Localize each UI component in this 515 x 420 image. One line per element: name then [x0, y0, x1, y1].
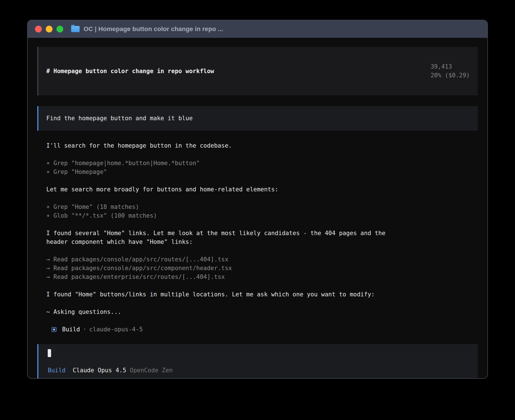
window-title: OC | Homepage button color change in rep…: [84, 25, 223, 33]
tool-call-line: ∗ Grep "homepage|home.*button|Home.*butt…: [46, 159, 408, 168]
close-button[interactable]: [35, 26, 42, 32]
session-title: # Homepage button color change in repo w…: [46, 67, 214, 76]
tool-call-text: Grep "Home" (18 matches): [50, 204, 139, 210]
tool-call-text: Grep "Homepage": [50, 169, 107, 175]
tool-call-line: → Read packages/enterprise/src/routes/[.…: [46, 273, 408, 281]
agent-name: Build: [62, 325, 80, 334]
assistant-text: I found "Home" buttons/links in multiple…: [46, 290, 408, 299]
tool-call-text: Read packages/enterprise/src/routes/[...…: [50, 274, 225, 280]
tool-call-group: → Read packages/console/app/src/routes/[…: [46, 255, 408, 281]
tool-call-line: ∗ Grep "Homepage": [46, 168, 408, 176]
tool-call-text: Grep "homepage|home.*button|Home.*button…: [50, 160, 200, 167]
zoom-button[interactable]: [56, 26, 63, 32]
tool-call-text: Glob "**/*.tsx" (100 matches): [50, 212, 157, 219]
title-bar[interactable]: OC | Homepage button color change in rep…: [28, 20, 487, 38]
tool-call-line: ∗ Glob "**/*.tsx" (100 matches): [46, 211, 408, 220]
folder-icon: [71, 26, 80, 32]
tool-call-group: ∗ Grep "Home" (18 matches)∗ Glob "**/*.t…: [46, 203, 408, 220]
tool-call-group: ∗ Grep "homepage|home.*button|Home.*butt…: [46, 159, 408, 176]
tool-call-line: → Read packages/console/app/src/routes/[…: [46, 255, 408, 264]
arrow-icon: →: [46, 274, 50, 280]
message-list: I'll search for the homepage button in t…: [46, 141, 478, 325]
session-header: # Homepage button color change in repo w…: [37, 47, 478, 95]
dot-separator: ·: [83, 325, 86, 334]
session-usage: 39,413 20% ($0.29): [402, 54, 470, 89]
arrow-icon: →: [46, 265, 50, 272]
prompt-input[interactable]: Build Claude Opus 4.5 OpenCode Zen: [37, 344, 478, 378]
minimize-button[interactable]: [46, 26, 53, 32]
token-count: 39,413: [431, 63, 452, 70]
arrow-icon: →: [46, 256, 50, 263]
context-percent-cost: 20% ($0.29): [431, 72, 470, 79]
tool-call-line: ∗ Grep "Home" (18 matches): [46, 203, 408, 211]
input-provider-label: OpenCode Zen: [130, 366, 173, 375]
status-text: ~ Asking questions...: [46, 308, 408, 316]
agent-badge-icon: [52, 327, 56, 332]
tool-call-line: → Read packages/console/app/src/componen…: [46, 264, 408, 273]
terminal-content: # Homepage button color change in repo w…: [28, 38, 487, 378]
tool-call-text: Read packages/console/app/src/component/…: [50, 265, 232, 272]
assistant-text: Let me search more broadly for buttons a…: [46, 185, 408, 194]
input-model-label: Claude Opus 4.5: [73, 366, 126, 375]
assistant-text: I'll search for the homepage button in t…: [46, 141, 408, 150]
asterisk-icon: ∗: [46, 204, 50, 210]
asterisk-icon: ∗: [46, 160, 50, 167]
user-message-text: Find the homepage button and make it blu…: [46, 115, 193, 122]
tool-call-text: Read packages/console/app/src/routes/[..…: [50, 256, 228, 263]
model-info-line: Build Claude Opus 4.5 OpenCode Zen: [48, 366, 470, 375]
user-message: Find the homepage button and make it blu…: [37, 106, 478, 131]
agent-status-line: Build · claude-opus-4-5: [46, 325, 478, 334]
input-agent-label: Build: [48, 366, 66, 375]
asterisk-icon: ∗: [46, 169, 50, 175]
input-line[interactable]: [48, 349, 470, 357]
traffic-lights: [35, 26, 63, 32]
assistant-text: I found several "Home" links. Let me loo…: [46, 229, 408, 246]
asterisk-icon: ∗: [46, 212, 50, 219]
terminal-window: OC | Homepage button color change in rep…: [27, 20, 488, 379]
agent-model: claude-opus-4-5: [89, 325, 143, 334]
text-cursor: [48, 349, 51, 357]
